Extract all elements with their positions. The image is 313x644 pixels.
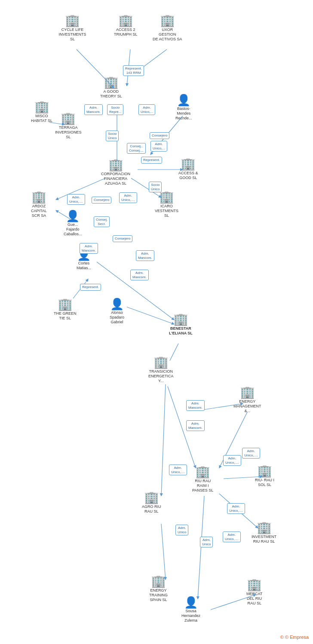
label-cortes: CortesMatias... <box>77 261 91 270</box>
label-cycle-life: CYCLE LIFE INVESTMENTS SL <box>56 27 89 41</box>
building-icon-transicion: 🏢 <box>153 356 169 368</box>
node-sousa[interactable]: 👤 SousaHernandezZulema <box>181 597 200 623</box>
rel-adm-mancom-3[interactable]: Adm.Mancom. <box>136 250 154 261</box>
node-terraga[interactable]: 🏢 TERRAGAINVERSIONESSL <box>55 112 82 139</box>
label-misco: MISCOHABITAT SL <box>31 114 52 123</box>
label-transicion: TRANSICIONENERGETICAY... <box>148 369 174 383</box>
building-icon-riu-sol: 🏢 <box>257 465 272 477</box>
node-benestar[interactable]: 🏢 BENESTARL'ELIANA SL <box>169 313 193 336</box>
rel-socio-repre[interactable]: SocioRepre... <box>107 104 123 115</box>
rel-socio-unico-2[interactable]: SocioÚnico <box>149 182 162 192</box>
building-icon-misco: 🏢 <box>34 101 49 113</box>
building-icon-uxor: 🏢 <box>160 15 175 27</box>
rel-adm-unico-agro[interactable]: Adm.Unico <box>175 525 188 535</box>
rel-adm-unico-7[interactable]: Adm.Unico,.... <box>227 503 245 514</box>
rel-consejero-1[interactable]: Consejero <box>150 132 169 139</box>
person-icon-sousa: 👤 <box>184 597 198 608</box>
person-icon-alonso: 👤 <box>110 298 124 310</box>
label-corporacion: CORPORACIONFINANCIERAAZUAGA SL <box>101 172 130 185</box>
building-icon-mercat: 🏢 <box>247 579 262 591</box>
label-bastos: Bastos-MendesReznde... <box>175 106 192 120</box>
rel-consej-secr[interactable]: Consej.Secr. <box>94 216 110 227</box>
node-riu-rau-sol[interactable]: 🏢 RIU- RAU ISOL SL <box>255 465 274 487</box>
rel-adm-mancom-1[interactable]: Adm.Mancom. <box>84 104 103 115</box>
rel-represent-2[interactable]: Represent. <box>141 157 162 164</box>
rel-adm-unico-2[interactable]: Adm.Unico,... <box>150 141 167 152</box>
building-icon-investment-riu: 🏢 <box>257 522 272 534</box>
rel-adm-mancom-2[interactable]: Adm.Mancom. <box>80 243 98 254</box>
rel-adm-unico-riu2[interactable]: Adm.Unico <box>200 537 213 547</box>
label-terraga: TERRAGAINVERSIONESSL <box>55 125 82 139</box>
building-icon-access-good: 🏢 <box>181 158 196 170</box>
rel-adm-unico-invest[interactable]: Adm.Unico,.... <box>223 532 241 542</box>
node-a-good-theory[interactable]: 🏢 A GOODTHEORY SL <box>100 76 122 99</box>
rel-adm-mancom-6[interactable]: Adm.Mancom. <box>186 420 205 431</box>
node-cycle-life[interactable]: 🏢 CYCLE LIFE INVESTMENTS SL <box>56 15 89 41</box>
node-transicion[interactable]: 🏢 TRANSICIONENERGETICAY... <box>148 356 174 383</box>
building-icon-energy-mgmt: 🏢 <box>240 386 255 398</box>
arrows-svg <box>0 0 313 644</box>
building-icon-terraga: 🏢 <box>61 112 76 125</box>
building-icon-ardoz: 🏢 <box>31 191 46 203</box>
label-benestar: BENESTARL'ELIANA SL <box>169 326 193 336</box>
label-fajardo: Gue...FajardoCaballos... <box>64 222 82 236</box>
building-icon-benestar: 🏢 <box>173 313 188 325</box>
building-icon-a-good-theory: 🏢 <box>104 76 119 88</box>
building-icon-agro: 🏢 <box>144 492 159 504</box>
rel-adm-unico-5[interactable]: Adm.Unico,.... <box>169 465 187 475</box>
rel-consej-1[interactable]: Consej..Consej.... <box>127 143 146 154</box>
node-riu-rau-raim[interactable]: 🏢 RIU RAURAIM IPANSES SL <box>192 466 213 492</box>
building-icon-corporacion: 🏢 <box>108 159 123 171</box>
building-icon-cycle-life: 🏢 <box>65 15 80 27</box>
label-energy-training: ENERGYTRAININGSPAIN SL <box>149 588 168 602</box>
label-alonso: AlonsoSpadaroGabriel <box>110 310 124 324</box>
rel-represent-3[interactable]: Represent. <box>80 284 101 291</box>
diagram-container: 🏢 CYCLE LIFE INVESTMENTS SL 🏢 ACCESS 2TR… <box>0 0 313 644</box>
label-uxor: UXORGESTIONDE ACTIVOS SA <box>153 27 182 41</box>
node-access-good[interactable]: 🏢 ACCESS &GOOD SL <box>178 158 198 180</box>
node-mercat[interactable]: 🏢 MERCATDEL RIURAU SL <box>246 579 262 605</box>
node-access2-triumph[interactable]: 🏢 ACCESS 2TRIUMPH SL <box>114 15 138 37</box>
label-green-tie: THE GREENTIE SL <box>54 311 77 321</box>
rel-adm-unico-6[interactable]: Adm.Unico,.... <box>223 455 241 466</box>
svg-line-11 <box>127 307 174 324</box>
watermark-text: © Empresa <box>285 635 309 640</box>
label-access2: ACCESS 2TRIUMPH SL <box>114 27 138 37</box>
node-energy-mgmt[interactable]: 🏢 ENERGYMANAGEMENT&... <box>233 386 261 413</box>
rel-adm-mancom-4[interactable]: Adm.Mancom. <box>130 270 149 280</box>
node-energy-training[interactable]: 🏢 ENERGYTRAININGSPAIN SL <box>149 575 168 602</box>
rel-adm-mancom-5[interactable]: Adm.Mancom. <box>186 400 205 411</box>
building-icon-icaro: 🏢 <box>159 191 174 203</box>
node-bastos-mendes[interactable]: 👤 Bastos-MendesReznde... <box>175 94 192 120</box>
rel-adm-unico-4[interactable]: Adm.Unico,.... <box>119 192 137 203</box>
node-corporacion[interactable]: 🏢 CORPORACIONFINANCIERAAZUAGA SL <box>101 159 130 185</box>
rel-adm-unico-sol[interactable]: Adm.Unico,.... <box>242 448 260 459</box>
rel-represent-143[interactable]: Represent.143 RRM <box>123 65 144 76</box>
node-misco[interactable]: 🏢 MISCOHABITAT SL <box>31 101 52 123</box>
rel-adm-unico-3[interactable]: Adm.Unico,.... <box>67 194 85 205</box>
node-alonso[interactable]: 👤 AlonsoSpadaroGabriel <box>110 298 124 324</box>
node-icaro[interactable]: 🏢 ICAROVESTMENTSSL <box>155 191 178 218</box>
node-fajardo[interactable]: 👤 Gue...FajardoCaballos... <box>64 210 82 236</box>
label-investment-riu: INVESTMENTRIU RAU SL <box>252 535 276 544</box>
label-access-good: ACCESS &GOOD SL <box>178 171 198 180</box>
node-ardoz[interactable]: 🏢 ARDOZCAPITALSCR SA <box>31 191 47 218</box>
label-icaro: ICAROVESTMENTSSL <box>155 204 178 218</box>
node-agro[interactable]: 🏢 AGRO RIURAU SL <box>142 492 161 514</box>
label-riu-rau-raim: RIU RAURAIM IPANSES SL <box>192 479 213 492</box>
label-ardoz: ARDOZCAPITALSCR SA <box>31 204 47 218</box>
building-icon-energy-training: 🏢 <box>151 575 166 587</box>
label-sousa: SousaHernandezZulema <box>181 609 200 623</box>
building-icon-green-tie: 🏢 <box>58 298 73 310</box>
node-uxor[interactable]: 🏢 UXORGESTIONDE ACTIVOS SA <box>153 15 182 41</box>
label-mercat: MERCATDEL RIURAU SL <box>246 592 262 605</box>
building-icon-access2: 🏢 <box>118 15 133 27</box>
rel-consejero-3[interactable]: Consejero <box>113 235 132 242</box>
rel-adm-unico-1[interactable]: Adm.Unico,... <box>138 104 155 115</box>
svg-line-16 <box>161 384 166 496</box>
node-green-tie[interactable]: 🏢 THE GREENTIE SL <box>54 298 77 321</box>
rel-socio-unico-1[interactable]: SocioÚnico <box>106 131 119 141</box>
label-a-good-theory: A GOODTHEORY SL <box>100 89 122 99</box>
node-investment-riu[interactable]: 🏢 INVESTMENTRIU RAU SL <box>252 522 276 544</box>
rel-consejero-2[interactable]: Consejero <box>92 197 111 204</box>
